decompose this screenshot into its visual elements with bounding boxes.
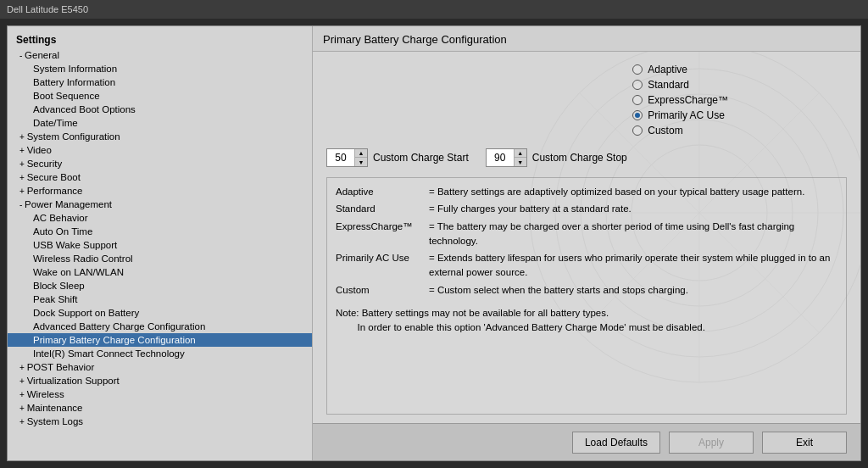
sidebar-item-datetime[interactable]: Date/Time: [8, 116, 312, 130]
desc-def-primarily-ac: = Extends battery lifespan for users who…: [429, 251, 837, 281]
charge-start-control: ▲ ▼ Custom Charge Start: [326, 148, 469, 167]
charge-stop-control: ▲ ▼ Custom Charge Stop: [486, 148, 627, 167]
desc-expresscharge: ExpressCharge™ = The battery may be char…: [336, 220, 837, 249]
radio-label-custom: Custom: [648, 125, 682, 136]
main-panel: Primary Battery Charge Configuration: [313, 26, 860, 460]
radio-btn-expresscharge[interactable]: [632, 95, 643, 105]
desc-custom: Custom = Custom select when the battery …: [336, 283, 837, 298]
sidebar-item-video[interactable]: Video: [8, 143, 312, 157]
spinbox-stop-up[interactable]: ▲: [515, 149, 526, 158]
charge-controls: ▲ ▼ Custom Charge Start ▲ ▼ Custom: [326, 148, 847, 167]
sidebar-item-system-logs[interactable]: System Logs: [8, 415, 312, 428]
radio-primarily-ac[interactable]: Primarily AC Use: [632, 109, 728, 121]
radio-btn-adaptive[interactable]: [632, 64, 643, 75]
charge-start-input[interactable]: [327, 152, 354, 164]
sidebar-item-ac-behavior[interactable]: AC Behavior: [8, 211, 312, 225]
desc-term-standard: Standard: [336, 202, 429, 216]
radio-label-expresscharge: ExpressCharge™: [648, 94, 728, 106]
desc-term-custom: Custom: [336, 283, 429, 298]
sidebar-item-boot-sequence[interactable]: Boot Sequence: [8, 89, 312, 103]
sidebar-item-advanced-battery[interactable]: Advanced Battery Charge Configuration: [8, 320, 312, 333]
description-box: Adaptive = Battery settings are adaptive…: [326, 177, 847, 415]
load-defaults-button[interactable]: Load Defaults: [572, 432, 660, 454]
desc-term-primarily-ac: Primarily AC Use: [336, 251, 429, 281]
desc-term-expresscharge: ExpressCharge™: [336, 220, 429, 249]
desc-def-adaptive: = Battery settings are adaptively optimi…: [429, 185, 837, 199]
charge-start-label: Custom Charge Start: [373, 152, 469, 164]
charge-stop-spinbox[interactable]: ▲ ▼: [486, 148, 527, 167]
radio-btn-custom[interactable]: [632, 125, 643, 136]
sidebar-item-power-mgmt[interactable]: Power Management: [8, 198, 312, 211]
sidebar-item-system-config[interactable]: System Configuration: [8, 130, 312, 143]
panel-title: Primary Battery Charge Configuration: [313, 26, 860, 52]
sidebar-item-intel-smart[interactable]: Intel(R) Smart Connect Technology: [8, 347, 312, 360]
radio-adaptive[interactable]: Adaptive: [632, 64, 728, 75]
radio-standard[interactable]: Standard: [632, 79, 728, 91]
title-text: Dell Latitude E5450: [7, 4, 88, 14]
radio-btn-primarily-ac[interactable]: [632, 110, 643, 120]
sidebar: Settings General System Information Batt…: [8, 26, 313, 460]
sidebar-item-performance[interactable]: Performance: [8, 184, 312, 198]
sidebar-item-wake-lan[interactable]: Wake on LAN/WLAN: [8, 265, 312, 279]
charge-start-spinbox[interactable]: ▲ ▼: [326, 148, 368, 167]
note-text: Note: Battery settings may not be availa…: [336, 306, 837, 336]
sidebar-item-system-info[interactable]: System Information: [8, 62, 312, 75]
sidebar-item-wireless[interactable]: Wireless: [8, 387, 312, 401]
radio-label-adaptive: Adaptive: [648, 64, 687, 75]
desc-primarily-ac: Primarily AC Use = Extends battery lifes…: [336, 251, 837, 281]
desc-standard: Standard = Fully charges your battery at…: [336, 202, 837, 216]
charge-stop-label: Custom Charge Stop: [532, 152, 627, 164]
sidebar-item-block-sleep[interactable]: Block Sleep: [8, 279, 312, 292]
sidebar-item-auto-on-time[interactable]: Auto On Time: [8, 225, 312, 238]
radio-btn-standard[interactable]: [632, 80, 643, 90]
desc-def-custom: = Custom select when the battery starts …: [429, 283, 837, 298]
radio-label-primarily-ac: Primarily AC Use: [648, 109, 725, 121]
sidebar-item-peak-shift[interactable]: Peak Shift: [8, 292, 312, 306]
sidebar-item-dock-support[interactable]: Dock Support on Battery: [8, 306, 312, 320]
exit-button[interactable]: Exit: [762, 432, 847, 454]
sidebar-item-virtualization[interactable]: Virtualization Support: [8, 374, 312, 387]
charge-stop-input[interactable]: [487, 152, 514, 164]
sidebar-item-secure-boot[interactable]: Secure Boot: [8, 170, 312, 184]
sidebar-title: Settings: [8, 31, 312, 48]
apply-button[interactable]: Apply: [669, 432, 754, 454]
radio-expresscharge[interactable]: ExpressCharge™: [632, 94, 728, 106]
spinbox-start-arrows: ▲ ▼: [354, 149, 367, 166]
radio-custom[interactable]: Custom: [632, 125, 728, 136]
sidebar-item-wireless-radio[interactable]: Wireless Radio Control: [8, 252, 312, 265]
desc-adaptive: Adaptive = Battery settings are adaptive…: [336, 185, 837, 199]
sidebar-item-security[interactable]: Security: [8, 157, 312, 170]
radio-label-standard: Standard: [648, 79, 689, 91]
sidebar-item-primary-battery[interactable]: Primary Battery Charge Configuration: [8, 333, 312, 347]
spinbox-start-down[interactable]: ▼: [355, 158, 367, 166]
sidebar-item-battery-info[interactable]: Battery Information: [8, 75, 312, 89]
spinbox-start-up[interactable]: ▲: [355, 149, 367, 158]
title-bar: Dell Latitude E5450: [0, 0, 868, 19]
panel-body: Adaptive Standard ExpressCharge™: [313, 52, 860, 423]
sidebar-item-usb-wake[interactable]: USB Wake Support: [8, 238, 312, 252]
sidebar-item-general[interactable]: General: [8, 48, 312, 62]
radio-group: Adaptive Standard ExpressCharge™: [632, 64, 728, 136]
desc-table: Adaptive = Battery settings are adaptive…: [336, 185, 837, 298]
desc-def-standard: = Fully charges your battery at a standa…: [429, 202, 837, 216]
sidebar-item-maintenance[interactable]: Maintenance: [8, 401, 312, 415]
sidebar-item-post-behavior[interactable]: POST Behavior: [8, 360, 312, 374]
spinbox-stop-arrows: ▲ ▼: [514, 149, 526, 166]
desc-term-adaptive: Adaptive: [336, 185, 429, 199]
desc-def-expresscharge: = The battery may be charged over a shor…: [429, 220, 837, 249]
spinbox-stop-down[interactable]: ▼: [515, 158, 526, 166]
sidebar-item-advanced-boot[interactable]: Advanced Boot Options: [8, 103, 312, 116]
footer: Load Defaults Apply Exit: [313, 423, 860, 460]
